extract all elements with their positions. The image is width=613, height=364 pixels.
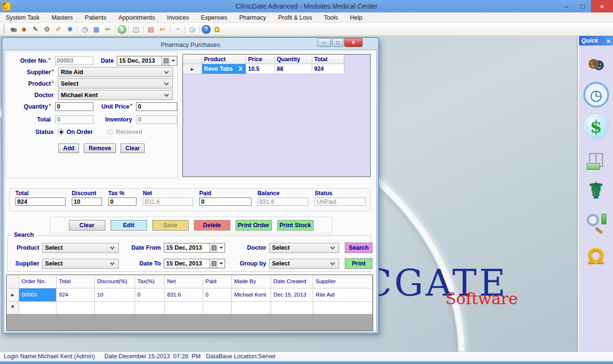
undo-icon[interactable]: ↩ — [157, 24, 168, 34]
line-total-field[interactable] — [55, 115, 93, 124]
clear-item-button[interactable]: Clear — [121, 143, 145, 153]
calendar-picker-icon[interactable] — [209, 243, 218, 252]
restore-button[interactable]: □ — [575, 0, 591, 12]
product-select[interactable]: Select — [58, 78, 173, 88]
column-header-total[interactable]: Total — [57, 275, 95, 288]
quantity-field[interactable] — [55, 102, 93, 111]
remove-item-x-icon[interactable]: X — [238, 66, 242, 72]
invoice-icon[interactable]: ✏ — [102, 24, 113, 34]
net-cell[interactable]: 831.6 — [165, 288, 203, 302]
tax-field[interactable] — [108, 198, 136, 206]
patients-group-icon[interactable]: ☻ — [7, 24, 18, 34]
empty-cell[interactable] — [165, 302, 203, 314]
dialog-titlebar[interactable]: Pharmacy Purchases — ▢ × — [4, 39, 377, 50]
edit-button[interactable]: Edit — [111, 220, 147, 231]
discount-field[interactable] — [72, 198, 102, 206]
orders-grid-new-row[interactable]: * — [7, 302, 373, 314]
register-icon[interactable]: ▤ — [146, 24, 156, 34]
price-cell[interactable]: 10.5 — [246, 64, 275, 74]
supplier-cell[interactable]: Rite Aid — [313, 288, 373, 302]
date-picker[interactable]: 15 Dec, 2013 — [117, 56, 177, 66]
signature-icon[interactable]: ✎ — [30, 24, 41, 34]
total-cell[interactable]: 924 — [312, 64, 344, 74]
date-dropdown-arrow[interactable] — [171, 60, 175, 62]
print-button[interactable]: Print — [345, 258, 373, 269]
print-order-button[interactable]: Print Order — [236, 220, 272, 231]
menu-expenses[interactable]: Expenses — [201, 14, 227, 21]
lab-icon[interactable]: ✺ — [65, 24, 75, 34]
empty-cell[interactable] — [57, 302, 95, 314]
column-header-tax[interactable]: Tax(%) — [135, 275, 165, 288]
paid-cell[interactable]: 0 — [203, 288, 232, 302]
order-no-field[interactable] — [55, 56, 93, 65]
doctor-select[interactable]: Michael Kent — [58, 90, 173, 100]
minimize-button[interactable]: – — [558, 0, 575, 12]
remove-button[interactable]: Remove — [84, 143, 116, 153]
menu-pharmacy[interactable]: Pharmacy — [239, 14, 266, 21]
menu-invoices[interactable]: Invoices — [167, 14, 189, 21]
menu-masters[interactable]: Masters — [52, 14, 73, 21]
supplier-select[interactable]: Rite Aid — [58, 67, 173, 77]
save-button[interactable]: Save — [152, 220, 189, 231]
bell-icon[interactable]: Ω — [212, 24, 222, 34]
quantity-cell[interactable]: 88 — [275, 64, 312, 74]
menu-appointments[interactable]: Appointments — [118, 14, 155, 21]
column-header-total[interactable]: Total — [312, 55, 344, 64]
help-icon[interactable]: ? — [202, 25, 211, 34]
items-grid-row[interactable]: ► Revo Tabs X 10.5 88 924 — [183, 64, 370, 74]
payments-icon[interactable]: $ — [117, 25, 126, 34]
empty-cell[interactable] — [232, 302, 271, 314]
quick-expenses-safe-icon[interactable]: ◫ — [583, 145, 610, 172]
dialog-maximize-button[interactable]: ▢ — [332, 38, 343, 47]
date-dropdown-arrow[interactable] — [219, 263, 223, 265]
empty-cell[interactable] — [19, 302, 57, 314]
column-header-supplier[interactable]: Supplier — [313, 275, 373, 288]
column-header-discount[interactable]: Discount(%) — [95, 275, 135, 288]
column-header-order-no[interactable]: Order No. — [19, 275, 57, 288]
safe-icon[interactable]: ◫ — [131, 24, 141, 34]
empty-cell[interactable] — [271, 302, 313, 314]
orders-grid-row[interactable]: ► 00003 924 10 0 831.6 0 Michael Kent De… — [7, 288, 373, 302]
column-header-price[interactable]: Price — [246, 55, 275, 64]
chart-icon[interactable]: ◔ — [172, 24, 182, 34]
group-by-select[interactable]: Select — [269, 259, 339, 269]
column-header-product[interactable]: Product — [202, 55, 246, 64]
balance-field[interactable] — [258, 198, 309, 206]
empty-cell[interactable] — [203, 302, 232, 314]
print-stock-button[interactable]: Print Stock — [277, 220, 314, 231]
tax-cell[interactable]: 0 — [135, 288, 165, 302]
column-header-date-created[interactable]: Date Created — [271, 275, 313, 288]
date-created-cell[interactable]: Dec 15, 2013 — [271, 288, 313, 302]
made-by-cell[interactable]: Michael Kent — [232, 288, 271, 302]
search-button[interactable]: Search — [345, 243, 373, 253]
paid-field[interactable] — [199, 198, 251, 206]
row-selector-arrow[interactable]: ► — [183, 64, 202, 74]
alarm-icon[interactable]: ◶ — [187, 24, 197, 34]
date-from-picker[interactable]: 15 Dec, 2013 — [164, 243, 225, 253]
search-doctor-select[interactable]: Select — [269, 243, 339, 253]
order-no-cell[interactable]: 00003 — [19, 288, 57, 302]
dialog-minimize-button[interactable]: — — [318, 38, 331, 47]
search-product-select[interactable]: Select — [42, 243, 119, 253]
microscope-icon[interactable]: ⚙ — [42, 24, 52, 34]
quick-payments-dollar-icon[interactable]: $ — [583, 113, 609, 139]
calendar-picker-icon[interactable] — [161, 56, 170, 65]
patient-icon[interactable]: ☻ — [19, 24, 29, 34]
menu-help[interactable]: Help — [350, 14, 363, 21]
column-header-made-by[interactable]: Made By — [232, 275, 271, 288]
total-cell[interactable]: 924 — [57, 288, 95, 302]
payment-status-field[interactable] — [315, 198, 366, 206]
quick-patients-icon[interactable]: ☻ — [583, 49, 610, 76]
search-supplier-select[interactable]: Select — [42, 259, 119, 269]
discount-cell[interactable]: 10 — [95, 288, 135, 302]
menu-system-task[interactable]: System Task — [6, 14, 40, 21]
empty-cell[interactable] — [135, 302, 165, 314]
add-button[interactable]: Add — [58, 143, 79, 153]
dialog-close-button[interactable]: × — [344, 38, 363, 47]
quick-panel-close-icon[interactable]: × — [606, 37, 611, 44]
menu-patients[interactable]: Patients — [85, 14, 106, 21]
empty-cell[interactable] — [95, 302, 135, 314]
received-radio[interactable] — [107, 129, 114, 135]
inventory-field[interactable] — [136, 115, 177, 124]
on-order-radio[interactable] — [58, 129, 64, 135]
